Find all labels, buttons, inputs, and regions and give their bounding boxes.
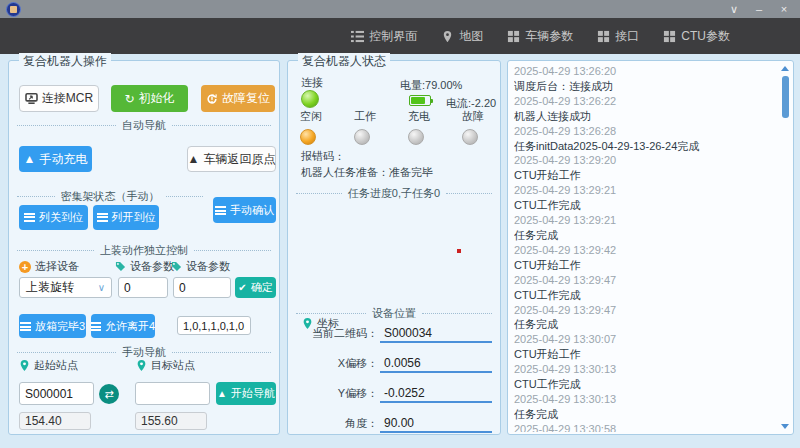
status-lights-row: 空闲工作充电故障 — [298, 109, 514, 145]
nav-tab-control-ui[interactable]: 控制界面 — [351, 28, 417, 45]
log-message: CTU工作完成 — [514, 377, 777, 392]
grid-icon — [507, 30, 520, 43]
status-light-group: 故障 — [460, 109, 514, 145]
start-station-input[interactable] — [19, 382, 94, 405]
log-timestamp: 2025-04-29 13:30:07 — [514, 332, 777, 347]
log-timestamp: 2025-04-29 13:30:13 — [514, 362, 777, 377]
start-nav-button[interactable]: ▲ 开始导航 — [216, 382, 276, 405]
start-station-label: 起始站点 — [19, 358, 78, 373]
divider-task-progress: 任务进度0,子任务0 — [296, 186, 492, 201]
log-timestamp: 2025-04-29 13:29:21 — [514, 183, 777, 198]
log-message: 机器人连接成功 — [514, 109, 777, 124]
log-panel: 2025-04-29 13:26:20调度后台：连接成功2025-04-29 1… — [507, 60, 794, 435]
nav-tab-map[interactable]: 地图 — [441, 28, 483, 45]
window-restore-icon[interactable]: ∨ — [728, 0, 740, 18]
window-minimize-icon[interactable]: – — [753, 0, 765, 18]
connect-mcr-button[interactable]: 连接MCR — [19, 85, 99, 112]
log-message: CTU开始工作 — [514, 168, 777, 183]
column-close-button[interactable]: 列关到位 — [19, 205, 88, 230]
window-close-icon[interactable]: × — [778, 0, 790, 18]
device-select-value: 上装旋转 — [26, 279, 74, 296]
nav-tab-label: CTU参数 — [681, 28, 730, 45]
battery-icon — [409, 95, 431, 106]
nav-tab-port[interactable]: 接口 — [597, 28, 639, 45]
manual-confirm-label: 手动确认 — [230, 203, 274, 218]
scroll-down-icon[interactable] — [781, 424, 789, 429]
list-icon — [351, 30, 364, 43]
log-message: 任务完成 — [514, 407, 777, 422]
device-param-label-2-text: 设备参数 — [186, 259, 230, 274]
log-timestamp: 2025-04-29 13:29:42 — [514, 243, 777, 258]
start-station-label-text: 起始站点 — [34, 358, 78, 373]
log-timestamp: 2025-04-29 13:26:20 — [514, 64, 777, 79]
check-icon: ✔ — [238, 283, 246, 293]
stack-icon — [20, 322, 31, 331]
screen-share-icon — [25, 93, 38, 104]
log-timestamp: 2025-04-29 13:29:47 — [514, 273, 777, 288]
position-row-value: 90.00 — [380, 416, 492, 433]
device-select[interactable]: 上装旋转 ∨ — [19, 277, 112, 298]
target-station-input[interactable] — [135, 382, 210, 405]
triangle-icon: ▲ — [188, 153, 200, 165]
battery-fill — [411, 97, 425, 104]
allow-leave-button[interactable]: 允许离开4 — [91, 314, 155, 338]
box-done-button[interactable]: 放箱完毕3 — [19, 314, 86, 338]
divider-auto-nav-label: 自动导航 — [122, 118, 166, 133]
stack-icon — [91, 322, 101, 331]
device-param-input-2[interactable] — [173, 277, 231, 298]
initialize-button[interactable]: ↻ 初始化 — [111, 85, 188, 112]
swap-icon: ⇄ — [104, 388, 113, 401]
operations-panel-title: 复合机器人操作 — [19, 53, 111, 70]
return-origin-button[interactable]: ▲ 车辆返回原点 — [187, 146, 276, 172]
target-station-label: 目标站点 — [136, 358, 195, 373]
manual-confirm-button[interactable]: 手动确认 — [213, 197, 276, 223]
log-message: 任务initData2025-04-29-13-26-24完成 — [514, 139, 777, 154]
column-open-button[interactable]: 列开到位 — [93, 205, 159, 230]
log-list[interactable]: 2025-04-29 13:26:20调度后台：连接成功2025-04-29 1… — [514, 64, 777, 432]
device-param-input-1[interactable] — [118, 277, 168, 298]
tag-icon — [115, 261, 126, 272]
nav-tab-ctu-params[interactable]: CTU参数 — [663, 28, 730, 45]
map-pin-icon — [441, 30, 454, 43]
scroll-up-icon[interactable] — [781, 66, 789, 71]
divider-auto-nav: 自动导航 — [17, 118, 271, 133]
operations-panel: 复合机器人操作 连接MCR ↻ 初始化 故障复位 自动导航 ▲ 手动充电 ▲ 车… — [8, 60, 280, 435]
divider-upper-control-label: 上装动作独立控制 — [100, 243, 188, 258]
target-station-label-text: 目标站点 — [151, 358, 195, 373]
status-light-label: 故障 — [460, 109, 514, 124]
divider-shelf-status-label: 密集架状态（手动） — [61, 189, 160, 204]
divider-upper-control: 上装动作独立控制 — [17, 243, 271, 258]
scrollbar-thumb[interactable] — [782, 76, 789, 118]
start-coord-field — [19, 412, 91, 430]
location-pin-icon — [136, 359, 147, 372]
select-device-label-text: 选择设备 — [35, 259, 79, 274]
status-light-indicator — [354, 129, 370, 145]
fault-reset-label: 故障复位 — [222, 90, 270, 107]
swap-stations-button[interactable]: ⇄ — [99, 384, 119, 404]
status-light-indicator — [462, 129, 478, 145]
box-done-label: 放箱完毕3 — [35, 319, 85, 334]
position-row: 角度：90.00 — [294, 416, 492, 433]
confirm-button[interactable]: ✔ 确定 — [235, 277, 276, 298]
log-timestamp: 2025-04-29 13:26:22 — [514, 94, 777, 109]
stack-icon — [24, 213, 35, 222]
status-bits-field[interactable] — [177, 316, 251, 335]
tag-icon — [171, 261, 182, 272]
titlebar: ∨ – × — [0, 0, 800, 18]
log-timestamp: 2025-04-29 13:29:21 — [514, 213, 777, 228]
device-param-label-1-text: 设备参数 — [130, 259, 174, 274]
log-timestamp: 2025-04-29 13:30:13 — [514, 392, 777, 407]
position-row-value: -0.0252 — [380, 386, 492, 403]
initialize-label: 初始化 — [139, 90, 175, 107]
nav-tab-label: 控制界面 — [369, 28, 417, 45]
divider-device-position-label: 设备位置 — [372, 306, 416, 321]
nav-tab-vehicle-params[interactable]: 车辆参数 — [507, 28, 573, 45]
scrollbar[interactable] — [780, 63, 791, 432]
log-message: 调度后台：连接成功 — [514, 79, 777, 94]
log-message: CTU工作完成 — [514, 288, 777, 303]
manual-charge-button[interactable]: ▲ 手动充电 — [19, 146, 92, 172]
error-code-label: 报错码： — [301, 149, 345, 164]
divider-task-progress-label: 任务进度0,子任务0 — [348, 186, 440, 201]
fault-reset-button[interactable]: 故障复位 — [201, 85, 275, 112]
select-device-label: + 选择设备 — [19, 259, 79, 274]
